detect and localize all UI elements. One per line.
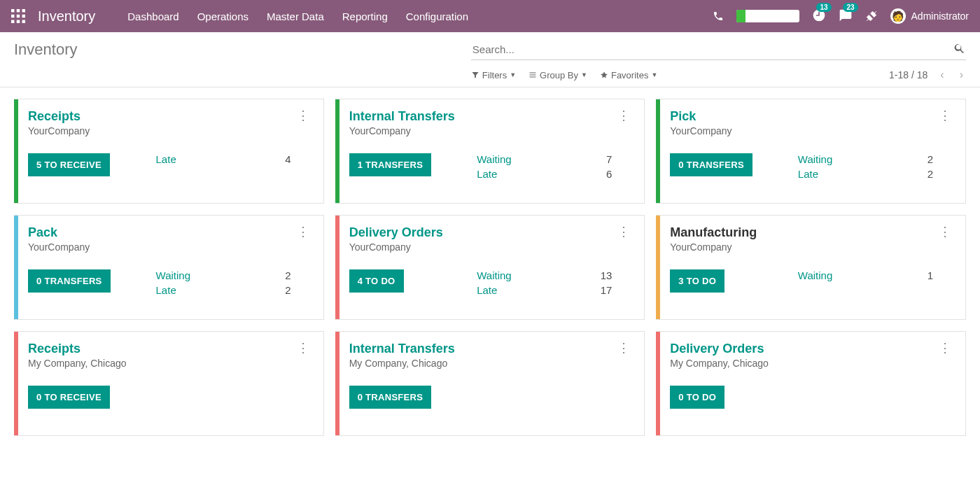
stat-row[interactable]: Late2 [798,168,954,180]
card-action-button[interactable]: 3 TO DO [670,269,724,293]
kebab-icon[interactable]: ⋮ [615,109,633,122]
kanban-card: Internal TransfersMy Company, Chicago⋮0 … [335,331,645,436]
user-menu[interactable]: 🧑 Administrator [890,8,969,24]
card-action-button[interactable]: 0 TRANSFERS [670,153,752,176]
stat-value: 2 [285,284,290,296]
search-input[interactable] [471,39,966,59]
kanban-card: PackYourCompany⋮0 TRANSFERSWaiting2Late2 [14,215,324,320]
card-subtitle: YourCompany [670,241,757,253]
groupby-button[interactable]: Group By ▼ [528,70,587,80]
pager: 1-18 / 18 ‹ › [889,69,966,81]
card-action-button[interactable]: 5 TO RECEIVE [28,153,110,176]
card-stripe [14,99,18,203]
stat-row[interactable]: Late4 [156,153,312,165]
stat-row[interactable]: Late17 [477,284,633,296]
svg-rect-2 [22,9,25,12]
card-title[interactable]: Internal Transfers [349,109,455,124]
svg-rect-1 [17,9,20,12]
nav-reporting[interactable]: Reporting [342,10,388,22]
kanban-board: ReceiptsYourCompany⋮5 TO RECEIVELate4Int… [0,87,980,458]
kebab-icon[interactable]: ⋮ [936,342,954,354]
nav-operations[interactable]: Operations [197,10,248,22]
card-action-button[interactable]: 0 TO RECEIVE [28,386,110,409]
chat-icon[interactable]: 23 [839,8,853,24]
stat-value: 2 [927,168,933,180]
card-subtitle: YourCompany [349,241,443,253]
phone-icon[interactable] [713,10,724,22]
card-title[interactable]: Manufacturing [670,225,757,240]
kebab-icon[interactable]: ⋮ [936,109,954,122]
stat-row[interactable]: Late2 [156,284,312,296]
stat-row[interactable]: Waiting7 [477,153,633,165]
kebab-icon[interactable]: ⋮ [294,342,312,354]
card-stripe [14,332,18,435]
card-action-button[interactable]: 4 TO DO [349,269,404,293]
pager-text: 1-18 / 18 [889,69,927,80]
chat-badge: 23 [843,3,858,12]
svg-rect-8 [22,20,25,23]
stat-label: Waiting [156,269,190,281]
kebab-icon[interactable]: ⋮ [294,225,312,238]
svg-rect-4 [17,15,20,17]
apps-icon[interactable] [11,9,25,23]
progress-bar[interactable] [736,10,799,22]
card-title[interactable]: Receipts [28,342,127,356]
stat-row[interactable]: Waiting13 [477,269,633,281]
card-subtitle: YourCompany [28,241,90,253]
stat-row[interactable]: Waiting2 [156,269,312,281]
card-title[interactable]: Internal Transfers [349,342,455,356]
stat-label: Late [477,284,497,296]
card-title[interactable]: Pack [28,225,90,240]
card-stripe [14,216,18,319]
activity-icon[interactable]: 13 [812,8,826,24]
card-action-button[interactable]: 0 TRANSFERS [349,386,432,409]
card-stripe [335,216,340,319]
favorites-button[interactable]: Favorites ▼ [600,70,657,80]
nav-configuration[interactable]: Configuration [406,10,468,22]
filters-button[interactable]: Filters ▼ [471,70,516,80]
stat-row[interactable]: Waiting2 [798,153,954,165]
pager-prev[interactable]: ‹ [937,69,946,81]
stat-row[interactable]: Late6 [477,168,633,180]
svg-rect-3 [11,15,14,17]
card-subtitle: YourCompany [670,125,732,136]
svg-rect-0 [11,9,14,12]
stat-label: Waiting [477,269,511,281]
stat-row[interactable]: Waiting1 [798,269,954,281]
card-action-button[interactable]: 0 TO DO [670,386,724,409]
card-stripe [656,99,660,203]
stat-label: Late [798,168,818,180]
kanban-card: ManufacturingYourCompany⋮3 TO DOWaiting1 [656,215,966,320]
kanban-card: Delivery OrdersYourCompany⋮4 TO DOWaitin… [335,215,645,320]
activity-badge: 13 [816,3,831,12]
search-icon[interactable] [953,42,966,57]
nav-dashboard[interactable]: Dashboard [127,10,178,22]
card-title[interactable]: Delivery Orders [670,342,769,356]
card-title[interactable]: Pick [670,109,732,124]
stat-label: Waiting [798,269,832,281]
kebab-icon[interactable]: ⋮ [615,342,633,354]
card-action-button[interactable]: 1 TRANSFERS [349,153,432,176]
kebab-icon[interactable]: ⋮ [936,225,954,238]
pager-next[interactable]: › [957,69,966,81]
card-title[interactable]: Receipts [28,109,90,124]
svg-rect-6 [11,20,14,23]
card-subtitle: YourCompany [28,125,90,136]
nav-master-data[interactable]: Master Data [267,10,324,22]
user-name: Administrator [911,10,969,22]
brand[interactable]: Inventory [38,8,95,24]
kanban-card: ReceiptsMy Company, Chicago⋮0 TO RECEIVE [14,331,324,436]
stat-label: Late [156,284,176,296]
kanban-card: Delivery OrdersMy Company, Chicago⋮0 TO … [656,331,966,436]
tools-icon[interactable] [865,10,878,22]
caret-down-icon: ▼ [651,71,657,78]
kanban-card: Internal TransfersYourCompany⋮1 TRANSFER… [335,99,645,204]
card-action-button[interactable]: 0 TRANSFERS [28,269,111,293]
svg-rect-7 [17,20,20,23]
caret-down-icon: ▼ [581,71,587,78]
kebab-icon[interactable]: ⋮ [294,109,312,122]
card-title[interactable]: Delivery Orders [349,225,443,240]
nav-links: Dashboard Operations Master Data Reporti… [127,10,468,22]
card-subtitle: YourCompany [349,125,455,136]
kebab-icon[interactable]: ⋮ [615,225,633,238]
